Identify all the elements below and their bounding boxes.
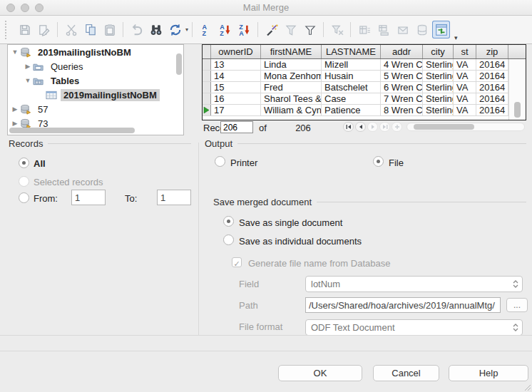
table-cell[interactable]: Patience	[322, 105, 381, 115]
refresh-dropdown-icon[interactable]: ▾	[185, 26, 188, 33]
table-cell[interactable]: Sterling	[423, 59, 454, 70]
column-header-addr[interactable]: addr	[381, 45, 423, 58]
tree-item-2019mailinglistnobm[interactable]: ▼2019mailinglistNoBM	[8, 45, 183, 59]
to-input[interactable]	[157, 190, 191, 205]
minimize-window-icon[interactable]	[21, 4, 29, 12]
tree-item-2019mailinglistnobm[interactable]: 2019mailinglistNoBM	[8, 88, 183, 102]
all-radio[interactable]	[19, 158, 29, 168]
cancel-button[interactable]: Cancel	[373, 365, 439, 381]
tree-item-tables[interactable]: ▼Tables	[8, 73, 183, 88]
help-button[interactable]: Help	[449, 365, 528, 381]
grid-vertical-scrollbar[interactable]	[508, 59, 526, 120]
table-cell[interactable]: VA	[454, 93, 476, 104]
column-header-zip[interactable]: zip	[476, 45, 508, 58]
table-cell[interactable]: 17	[211, 105, 261, 115]
first-record-button[interactable]	[343, 122, 354, 132]
tree-item-queries[interactable]: ▶Queries	[8, 59, 183, 73]
disclosure-open-icon[interactable]: ▼	[24, 77, 32, 84]
table-cell[interactable]: VA	[454, 105, 476, 115]
table-cell[interactable]: 5 Wren C	[381, 71, 423, 81]
from-label[interactable]: From:	[34, 193, 58, 204]
explorer-on-off-button[interactable]	[432, 21, 450, 38]
table-cell[interactable]: Sharol Tees &	[261, 93, 322, 104]
toolbar-drag-handle[interactable]	[5, 21, 9, 39]
column-header-ownerID[interactable]: ownerID	[211, 45, 261, 58]
refresh-button[interactable]	[166, 21, 184, 38]
save-individual-radio[interactable]	[223, 234, 234, 245]
table-cell[interactable]: 20164	[476, 82, 508, 93]
table-row[interactable]: 17William & CyntPatience8 Wren CSterling…	[203, 105, 526, 116]
file-label[interactable]: File	[389, 158, 404, 168]
table-cell[interactable]: 16	[211, 93, 261, 104]
table-cell[interactable]: VA	[454, 82, 476, 93]
grid-vertical-scrollbar-thumb[interactable]	[514, 102, 521, 118]
table-row[interactable]: 14Mona ZenhomHusain5 Wren CSterlingVA201…	[203, 71, 526, 82]
standard-filter-button[interactable]	[301, 21, 319, 38]
table-cell[interactable]: VA	[454, 71, 476, 81]
table-cell[interactable]: William & Cynt	[261, 105, 322, 115]
row-header-current[interactable]	[203, 105, 211, 115]
tree-vertical-scrollbar-thumb[interactable]	[176, 53, 182, 75]
table-cell[interactable]: Case	[322, 93, 381, 104]
table-cell[interactable]: 20164	[476, 71, 508, 81]
tree-item-57[interactable]: ▶57	[8, 102, 183, 116]
current-record-input[interactable]	[220, 121, 253, 133]
table-cell[interactable]: 15	[211, 82, 261, 93]
sort-button[interactable]: AZ	[197, 21, 215, 38]
table-cell[interactable]: Batschelet	[322, 82, 381, 93]
table-cell[interactable]: 13	[211, 59, 261, 70]
toolbar-overflow-icon[interactable]: ▾	[454, 34, 458, 41]
sort-ascending-button[interactable]: AZ	[216, 21, 234, 38]
disclosure-open-icon[interactable]: ▼	[11, 48, 19, 56]
table-cell[interactable]: 20164	[476, 59, 508, 70]
copy-button[interactable]	[81, 21, 99, 38]
grid-corner-cell[interactable]	[203, 45, 211, 58]
row-header[interactable]	[203, 71, 211, 81]
table-cell[interactable]: Mona Zenhom	[261, 71, 322, 81]
table-row[interactable]: 13LindaMizell4 Wren CSterlingVA20164	[203, 59, 526, 71]
disclosure-closed-icon[interactable]: ▶	[11, 120, 19, 127]
row-header[interactable]	[203, 82, 211, 93]
ok-button[interactable]: OK	[278, 365, 362, 381]
table-cell[interactable]: 6 Wren C	[381, 82, 423, 93]
printer-radio[interactable]	[215, 156, 225, 167]
auto-filter-button[interactable]	[262, 21, 280, 38]
previous-record-button[interactable]	[355, 122, 366, 132]
row-header[interactable]	[203, 93, 211, 104]
table-cell[interactable]: 4 Wren C	[381, 59, 423, 70]
table-cell[interactable]: 20164	[476, 93, 508, 104]
column-header-city[interactable]: city	[423, 45, 454, 58]
column-header-firstNAME[interactable]: firstNAME	[261, 45, 322, 58]
printer-label[interactable]: Printer	[230, 158, 257, 168]
save-single-label[interactable]: Save as single document	[239, 217, 342, 228]
from-radio[interactable]	[19, 192, 29, 203]
find-record-button[interactable]	[147, 21, 165, 38]
table-cell[interactable]: Mizell	[322, 59, 381, 70]
save-individual-label[interactable]: Save as individual documents	[239, 236, 362, 247]
table-row[interactable]: 15FredBatschelet6 Wren CSterlingVA20164	[203, 82, 526, 93]
table-cell[interactable]: 8 Wren C	[381, 105, 423, 115]
table-cell[interactable]: Fred	[261, 82, 322, 93]
table-row[interactable]: 16Sharol Tees &Case7 Wren CSterlingVA201…	[203, 93, 526, 105]
grid-horizontal-scrollbar[interactable]	[406, 123, 525, 131]
table-cell[interactable]: VA	[454, 59, 476, 70]
from-input[interactable]	[71, 190, 106, 205]
column-header-st[interactable]: st	[454, 45, 476, 58]
grid-horizontal-scrollbar-thumb[interactable]	[414, 124, 474, 130]
table-cell[interactable]: Sterling	[423, 71, 454, 81]
table-cell[interactable]: 7 Wren C	[381, 93, 423, 104]
row-header[interactable]	[203, 59, 211, 70]
resize-grip-icon[interactable]	[523, 383, 531, 391]
close-window-icon[interactable]	[6, 4, 15, 12]
disclosure-closed-icon[interactable]: ▶	[11, 105, 19, 113]
table-cell[interactable]: Sterling	[423, 105, 454, 115]
table-cell[interactable]: Husain	[322, 71, 381, 81]
zoom-window-icon[interactable]	[35, 4, 44, 12]
table-cell[interactable]: Sterling	[423, 82, 454, 93]
table-cell[interactable]: 14	[211, 71, 261, 81]
file-radio[interactable]	[373, 156, 384, 167]
column-header-LASTNAME[interactable]: LASTNAME	[322, 45, 381, 58]
table-cell[interactable]: Linda	[261, 59, 322, 70]
disclosure-closed-icon[interactable]: ▶	[24, 63, 32, 70]
table-cell[interactable]: 20164	[476, 105, 508, 115]
